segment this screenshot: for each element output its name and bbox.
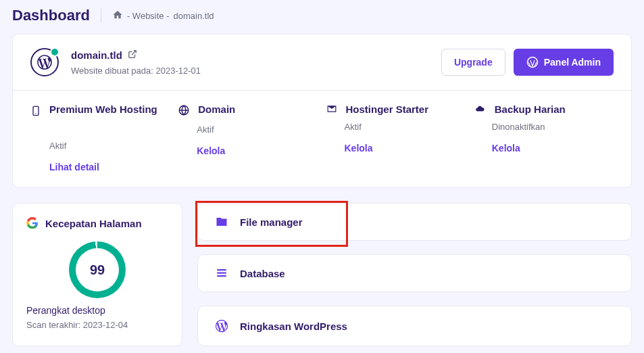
cloud-icon [473, 104, 487, 116]
home-icon[interactable] [112, 9, 123, 22]
upgrade-button[interactable]: Upgrade [441, 49, 505, 76]
svg-point-2 [35, 113, 36, 114]
plan-hosting: Premium Web Hosting Aktif Lihat detail [30, 103, 171, 172]
status-dot [50, 47, 59, 57]
divider [101, 8, 101, 23]
folder-icon [214, 216, 229, 228]
site-card: domain.tld Website dibuat pada: 2023-12-… [12, 34, 632, 188]
wordpress-icon [526, 56, 539, 68]
speed-gauge: 99 [69, 241, 126, 298]
crumb-websites[interactable]: - Website - [127, 11, 170, 21]
page-title: Dashboard [12, 7, 90, 24]
external-link-icon[interactable] [128, 49, 137, 62]
tool-label: File manager [240, 216, 303, 228]
globe-icon [178, 104, 190, 119]
tool-file-manager[interactable]: File manager [197, 203, 632, 241]
speed-device: Perangkat desktop [26, 305, 168, 316]
breadcrumb: Dashboard - Website - domain.tld [12, 7, 632, 24]
svg-rect-4 [217, 269, 226, 270]
crumb-domain: domain.tld [174, 11, 214, 21]
plan-status: Aktif [345, 122, 466, 132]
phone-icon [30, 104, 41, 120]
svg-rect-5 [217, 273, 226, 274]
speed-score: 99 [90, 262, 105, 278]
page-speed-card: Kecepatan Halaman 99 Perangkat desktop S… [12, 203, 182, 346]
plan-status: Dinonaktifkan [492, 122, 614, 132]
tool-database[interactable]: Database [197, 254, 632, 292]
wordpress-icon [214, 319, 229, 333]
plan-domain: Domain Aktif Kelola [178, 103, 318, 172]
svg-rect-6 [217, 275, 226, 277]
site-name: domain.tld [71, 49, 122, 61]
plan-status: Aktif [197, 124, 318, 135]
plan-link-manage[interactable]: Kelola [492, 143, 614, 154]
mail-icon [326, 104, 338, 116]
speed-scan: Scan terakhir: 2023-12-04 [26, 320, 168, 330]
plan-link-manage[interactable]: Kelola [197, 145, 318, 156]
wordpress-avatar [30, 48, 59, 76]
site-created: Website dibuat pada: 2023-12-01 [71, 66, 429, 76]
tool-label: Database [240, 268, 285, 279]
speed-title: Kecepatan Halaman [45, 218, 142, 229]
google-icon [26, 217, 39, 229]
database-icon [214, 267, 229, 279]
tool-label: Ringkasan WordPress [240, 321, 347, 332]
panel-admin-button[interactable]: Panel Admin [514, 49, 614, 76]
plan-backup: Backup Harian Dinonaktifkan Kelola [473, 103, 614, 172]
plan-status: Aktif [49, 141, 171, 151]
plan-link-detail[interactable]: Lihat detail [49, 162, 171, 172]
plan-email: Hostinger Starter Aktif Kelola [326, 103, 466, 172]
wordpress-icon [36, 53, 53, 71]
tool-wordpress-summary[interactable]: Ringkasan WordPress [197, 306, 632, 346]
svg-rect-1 [33, 106, 39, 115]
plan-link-manage[interactable]: Kelola [345, 143, 466, 154]
